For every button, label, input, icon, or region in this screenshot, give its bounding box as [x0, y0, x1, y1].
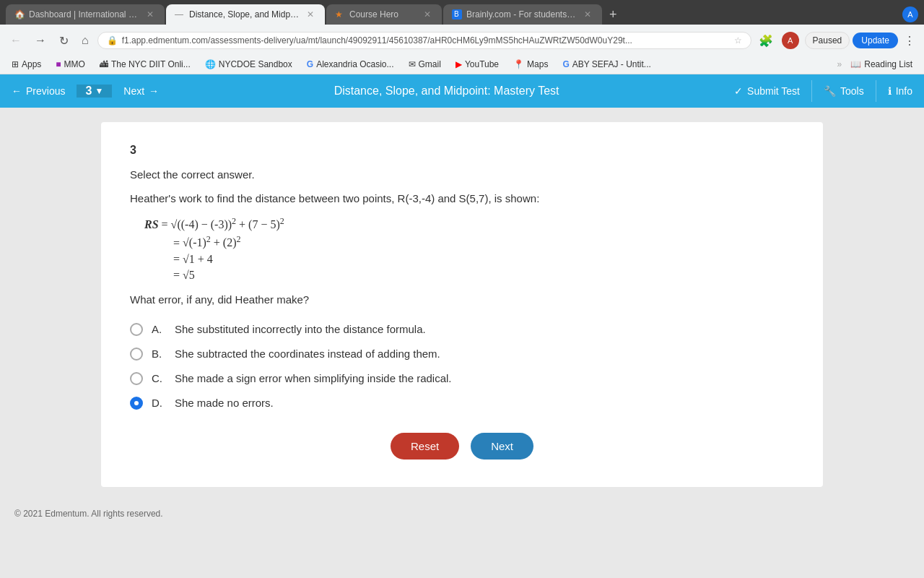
tab-bar: 🏠 Dashboard | International Virtu... ✕ —… — [0, 0, 924, 25]
previous-label: Previous — [26, 85, 65, 97]
home-button[interactable]: ⌂ — [77, 31, 93, 50]
gmail-icon: ✉ — [409, 59, 416, 69]
tab-close-coursehero[interactable]: ✕ — [422, 9, 433, 20]
tab-favicon-dashboard: 🏠 — [14, 9, 25, 20]
next-button-main[interactable]: Next — [471, 433, 533, 460]
bookmark-mmo[interactable]: ■ MMO — [50, 58, 91, 71]
forward-button[interactable]: → — [30, 31, 51, 50]
option-letter-a: A. — [152, 323, 166, 335]
submit-test-label: Submit Test — [747, 85, 800, 97]
bookmark-nyc-diit[interactable]: 🏙 The NYC DIIT Onli... — [94, 58, 196, 71]
math-line-3: = √1 + 4 — [173, 253, 794, 266]
address-actions: 🧩 A Paused Update ⋮ — [756, 29, 918, 52]
math-line-4: = √5 — [173, 269, 794, 282]
option-a[interactable]: A. She substituted incorrectly into the … — [130, 317, 794, 342]
tab-close-edmentum[interactable]: ✕ — [305, 9, 316, 20]
tab-brainly[interactable]: B Brainly.com - For students. By... ✕ — [443, 4, 602, 25]
new-tab-button[interactable]: + — [603, 7, 623, 22]
submit-check-icon: ✓ — [734, 85, 743, 97]
bookmark-gmail[interactable]: ✉ Gmail — [403, 58, 447, 71]
question-number-dropdown[interactable]: 3 ▼ — [77, 85, 112, 98]
question-number-display: 3 — [85, 85, 92, 98]
option-text-b: She subtracted the coordinates instead o… — [175, 348, 440, 360]
reading-list-label: Reading List — [864, 59, 912, 69]
info-icon: ℹ — [888, 85, 892, 97]
question-card: 3 Select the correct answer. Heather's w… — [101, 122, 823, 487]
tab-title-edmentum: Distance, Slope, and Midpoint... — [189, 9, 300, 20]
bookmark-alexandria[interactable]: G Alexandria Ocasio... — [301, 58, 400, 71]
next-label-toolbar: Next — [123, 85, 144, 97]
reload-button[interactable]: ↻ — [55, 31, 73, 51]
tools-button[interactable]: 🔧 Tools — [812, 85, 876, 97]
extensions-button[interactable]: 🧩 — [756, 31, 776, 51]
address-url: f1.app.edmentum.com/assessments-delivery… — [122, 35, 730, 46]
tab-close-brainly[interactable]: ✕ — [582, 9, 593, 20]
reading-list-icon: 📖 — [850, 59, 861, 69]
math-line-2: = √(-1)2 + (2)2 — [173, 234, 794, 249]
previous-icon: ← — [12, 85, 22, 97]
option-letter-c: C. — [152, 372, 166, 384]
maps-icon: 📍 — [513, 59, 524, 69]
address-bar-row: ← → ↻ ⌂ 🔒 f1.app.edmentum.com/assessment… — [0, 25, 924, 56]
paused-button[interactable]: Paused — [805, 32, 850, 49]
tab-favicon-brainly: B — [452, 9, 462, 20]
nycdoe-icon: 🌐 — [205, 59, 216, 69]
info-button[interactable]: ℹ Info — [876, 85, 924, 97]
radio-c[interactable] — [130, 372, 143, 385]
tab-favicon-coursehero: ★ — [335, 9, 345, 20]
aby-icon: G — [562, 59, 569, 69]
radio-d[interactable] — [130, 397, 143, 410]
option-c[interactable]: C. She made a sign error when simplifyin… — [130, 366, 794, 391]
reading-list-button[interactable]: 📖 Reading List — [845, 58, 918, 71]
option-b[interactable]: B. She subtracted the coordinates instea… — [130, 342, 794, 366]
radio-a[interactable] — [130, 323, 143, 336]
question-prompt: Select the correct answer. — [130, 168, 794, 181]
update-button[interactable]: Update — [853, 33, 898, 48]
bookmarks-more-icon[interactable]: » — [834, 59, 845, 69]
bookmark-nycdoe-label: NYCDOE Sandbox — [219, 59, 292, 69]
bookmark-mmo-label: MMO — [64, 59, 85, 69]
copyright-text: © 2021 Edmentum. All rights reserved. — [14, 509, 163, 519]
bookmark-alexandria-label: Alexandria Ocasio... — [316, 59, 393, 69]
tab-title-coursehero: Course Hero — [349, 9, 417, 20]
bookmark-nycdoe[interactable]: 🌐 NYCDOE Sandbox — [199, 58, 298, 71]
browser-profile-icon[interactable]: A — [902, 7, 918, 22]
tab-dashboard[interactable]: 🏠 Dashboard | International Virtu... ✕ — [6, 4, 165, 25]
toolbar-title: Distance, Slope, and Midpoint: Mastery T… — [170, 74, 723, 108]
mmo-icon: ■ — [56, 59, 61, 69]
more-options-button[interactable]: ⋮ — [901, 31, 918, 51]
star-bookmark-icon[interactable]: ☆ — [734, 35, 742, 46]
error-question-text: What error, if any, did Heather make? — [130, 293, 794, 306]
previous-button[interactable]: ← Previous — [0, 85, 77, 97]
tab-coursehero[interactable]: ★ Course Hero ✕ — [326, 4, 442, 25]
question-number: 3 — [130, 144, 794, 157]
submit-test-button[interactable]: ✓ Submit Test — [723, 85, 811, 97]
next-button-toolbar[interactable]: Next → — [112, 85, 170, 97]
question-description: Heather's work to find the distance betw… — [130, 192, 794, 204]
tab-title-brainly: Brainly.com - For students. By... — [466, 9, 578, 20]
options-list: A. She substituted incorrectly into the … — [130, 317, 794, 415]
back-button[interactable]: ← — [6, 31, 26, 50]
tab-edmentum[interactable]: — Distance, Slope, and Midpoint... ✕ — [166, 4, 325, 25]
tab-close-dashboard[interactable]: ✕ — [144, 9, 156, 20]
tab-favicon-edmentum: — — [175, 9, 185, 20]
bookmark-aby[interactable]: G ABY SEFAJ - Untit... — [557, 58, 657, 71]
profile-avatar-button[interactable]: A — [779, 29, 802, 52]
bookmark-youtube[interactable]: ▶ YouTube — [450, 58, 505, 71]
bookmark-apps[interactable]: ⊞ Apps — [6, 58, 47, 71]
option-d[interactable]: D. She made no errors. — [130, 391, 794, 415]
bookmark-maps[interactable]: 📍 Maps — [507, 58, 554, 71]
tools-label: Tools — [840, 85, 864, 97]
reset-button[interactable]: Reset — [391, 433, 459, 460]
bookmark-nyc-diit-label: The NYC DIIT Onli... — [111, 59, 191, 69]
info-label: Info — [896, 85, 912, 97]
tab-title-dashboard: Dashboard | International Virtu... — [29, 9, 140, 20]
youtube-icon: ▶ — [456, 59, 462, 69]
address-box[interactable]: 🔒 f1.app.edmentum.com/assessments-delive… — [97, 32, 751, 49]
option-text-d: She made no errors. — [175, 397, 274, 409]
radio-b[interactable] — [130, 348, 143, 361]
bookmark-aby-label: ABY SEFAJ - Untit... — [572, 59, 651, 69]
alexandria-icon: G — [307, 59, 313, 69]
bottom-actions: Reset Next — [130, 415, 794, 465]
nyc-diit-icon: 🏙 — [100, 59, 108, 69]
